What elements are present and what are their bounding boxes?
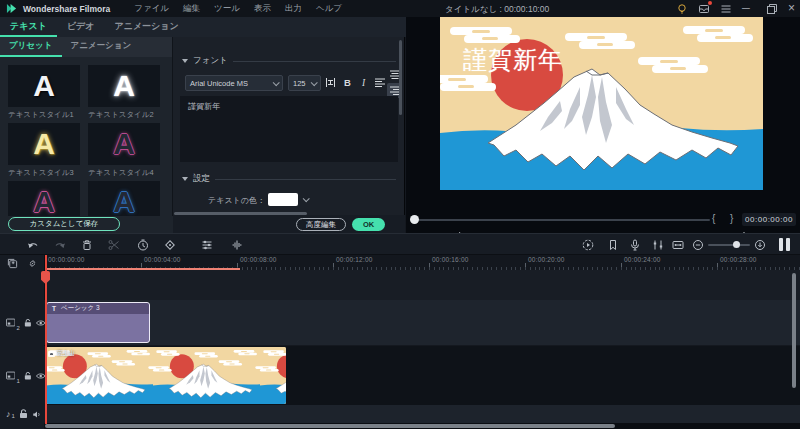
mark-in-button[interactable]: { (712, 213, 715, 224)
lock-icon[interactable] (19, 409, 28, 419)
style-label: テキストスタイル2 (88, 110, 160, 120)
media-clip-fuji[interactable]: 富士山 (46, 347, 286, 404)
menu-view[interactable]: 表示 (254, 3, 271, 15)
color-adjust-button[interactable] (201, 239, 213, 251)
track-height-icon[interactable] (779, 238, 790, 251)
manage-tracks-icon[interactable] (7, 258, 18, 269)
kerning-button[interactable] (323, 75, 338, 90)
text-content-input[interactable]: 謹賀新年 (180, 96, 398, 162)
restore-button[interactable] (766, 3, 778, 15)
ruler-label: 00:00:24:00 (624, 256, 661, 263)
text-style-6[interactable]: A (88, 181, 160, 216)
split-scissors-button[interactable] (108, 239, 120, 251)
font-panel-vscrollbar[interactable] (399, 40, 402, 115)
record-voiceover-button[interactable] (629, 239, 641, 251)
eye-visibility-icon[interactable] (36, 319, 45, 327)
text-color-row: テキストの色： (173, 191, 405, 209)
seek-bar[interactable] (418, 219, 710, 221)
timeline-hscrollbar[interactable] (45, 424, 615, 428)
speed-clock-button[interactable] (137, 239, 149, 251)
fuji-scene-image (440, 17, 763, 190)
font-size-value: 125 (293, 79, 306, 88)
minimize-button[interactable]: ─ (742, 1, 750, 16)
timeline-zoom-slider-handle[interactable] (733, 241, 740, 248)
text-style-1[interactable]: A テキストスタイル1 (8, 65, 80, 120)
ok-button[interactable]: OK (352, 218, 385, 231)
text-style-5[interactable]: A (8, 181, 80, 216)
text-style-grid: A テキストスタイル1 A テキストスタイル2 A テキストスタイル3 A テキ… (0, 57, 173, 216)
tab-text[interactable]: テキスト (0, 17, 57, 37)
delete-button[interactable] (81, 239, 93, 251)
audio-track-1-row[interactable] (0, 405, 800, 423)
font-section-header[interactable]: フォント (182, 55, 396, 67)
italic-button[interactable]: I (356, 75, 371, 90)
save-as-custom-button[interactable]: カスタムとして保存 (8, 217, 120, 231)
link-tracks-icon[interactable] (27, 258, 38, 269)
style-label: テキストスタイル1 (8, 110, 80, 120)
redo-button[interactable] (54, 239, 66, 251)
preset-panel: プリセット アニメーション A テキストスタイル1 A テキストスタイル2 A … (0, 37, 173, 233)
menu-export[interactable]: 出力 (285, 3, 302, 15)
menu-hamburger-icon[interactable] (720, 3, 732, 15)
text-clip-header: T ベーシック 3 (47, 303, 149, 314)
text-style-4[interactable]: A テキストスタイル4 (88, 123, 160, 178)
text-style-2-thumb: A (88, 65, 160, 107)
video-preview[interactable]: 謹賀新年 (440, 17, 763, 190)
lock-icon[interactable] (24, 318, 32, 328)
eye-visibility-icon[interactable] (36, 372, 45, 380)
inbox-icon[interactable] (698, 3, 710, 15)
keyframe-button[interactable] (164, 239, 176, 251)
tab-video[interactable]: ビデオ (57, 17, 105, 37)
marker-button[interactable] (607, 239, 619, 251)
menu-file[interactable]: ファイル (134, 3, 169, 15)
menu-help[interactable]: ヘルプ (316, 3, 342, 15)
subtab-animation[interactable]: アニメーション (62, 37, 141, 57)
ruler-label: 00:00:16:00 (432, 256, 469, 263)
audio-detach-waveform-button[interactable] (231, 239, 243, 251)
audio-mixer-button[interactable] (652, 239, 664, 251)
preview-title-text[interactable]: 謹賀新年 (463, 44, 563, 76)
text-style-6-thumb: A (88, 181, 160, 216)
menu-edit[interactable]: 編集 (183, 3, 200, 15)
text-style-2[interactable]: A テキストスタイル2 (88, 65, 160, 120)
lock-icon[interactable] (24, 371, 32, 381)
tips-bulb-icon[interactable] (676, 3, 688, 15)
timeline-vscrollbar[interactable] (792, 273, 796, 388)
video-track-icon (6, 371, 15, 380)
subtab-preset[interactable]: プリセット (0, 37, 62, 57)
style-letter: A (113, 71, 135, 101)
undo-button[interactable] (27, 239, 39, 251)
text-style-4-thumb: A (88, 123, 160, 165)
settings-section-header[interactable]: 設定 (182, 173, 396, 185)
style-label: テキストスタイル4 (88, 168, 160, 178)
close-button[interactable]: × (788, 1, 795, 16)
snap-button[interactable] (672, 239, 684, 251)
advanced-edit-button[interactable]: 高度編集 (296, 218, 346, 231)
align-left-button[interactable] (372, 75, 387, 90)
timeline-zoom-slider[interactable] (708, 244, 750, 246)
timeline-empty-row (0, 270, 800, 300)
track-number: 1 (16, 378, 19, 384)
tab-animation[interactable]: アニメーション (104, 17, 188, 37)
bold-button[interactable]: B (340, 75, 355, 90)
ruler-label: 00:00:00:00 (48, 256, 85, 263)
speaker-mute-icon[interactable] (32, 410, 42, 419)
font-family-select[interactable]: Arial Unicode MS (185, 75, 283, 91)
media-clip-label: 富士山 (57, 349, 75, 358)
render-preview-button[interactable] (582, 239, 594, 251)
seek-handle[interactable] (410, 215, 419, 224)
menu-tools[interactable]: ツール (214, 3, 240, 15)
mark-out-button[interactable]: } (730, 213, 733, 224)
notification-dot (708, 1, 712, 5)
text-clip-basic3[interactable]: T ベーシック 3 (46, 302, 150, 343)
media-clip-label-row: 富士山 (48, 349, 75, 358)
zoom-out-button[interactable] (692, 239, 704, 251)
text-style-3[interactable]: A テキストスタイル3 (8, 123, 80, 178)
style-label: テキストスタイル3 (8, 168, 80, 178)
font-size-select[interactable]: 125 (288, 75, 321, 91)
color-swatch (268, 193, 298, 206)
zoom-to-fit-button[interactable] (754, 239, 766, 251)
text-color-select[interactable] (268, 192, 312, 207)
chevron-down-icon (273, 79, 280, 86)
project-title: タイトルなし : 00:00:10:00 (445, 4, 549, 16)
